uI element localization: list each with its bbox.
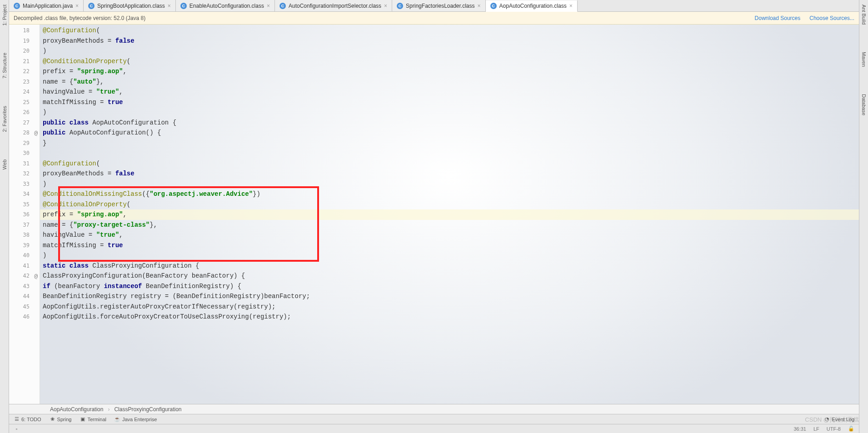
code-line[interactable]: proxyBeanMethods = false: [40, 169, 859, 179]
caret-position[interactable]: 36:31: [793, 426, 806, 432]
code-line[interactable]: @Configuration(: [40, 159, 859, 169]
breadcrumb-bar: AopAutoConfiguration › ClassProxyingConf…: [9, 404, 859, 414]
line-number[interactable]: 19: [9, 36, 40, 46]
breadcrumb-item[interactable]: AopAutoConfiguration: [50, 406, 103, 413]
tool-ant-build[interactable]: Ant Build: [861, 5, 867, 25]
terminal-icon: ▣: [80, 416, 85, 422]
line-number[interactable]: 40: [9, 250, 40, 261]
editor-tab[interactable]: CSpringBootApplication.class×: [84, 0, 176, 11]
line-number[interactable]: 30: [9, 148, 40, 159]
tool-project[interactable]: 1: Project: [2, 5, 7, 25]
code-line[interactable]: public AopAutoConfiguration() {: [40, 128, 859, 138]
code-line[interactable]: ClassProxyingConfiguration(BeanFactory b…: [40, 271, 859, 281]
line-number[interactable]: 37: [9, 220, 40, 230]
code-line[interactable]: havingValue = "true",: [40, 87, 859, 97]
line-number[interactable]: 20: [9, 46, 40, 56]
code-line[interactable]: ): [40, 107, 859, 118]
line-number[interactable]: 27: [9, 118, 40, 128]
override-gutter-icon[interactable]: @: [34, 129, 38, 136]
line-number[interactable]: 34: [9, 189, 40, 199]
code-line[interactable]: BeanDefinitionRegistry registry = (BeanD…: [40, 291, 859, 302]
tool-java-enterprise[interactable]: ☕Java Enterprise: [115, 416, 157, 422]
override-gutter-icon[interactable]: @: [34, 273, 38, 279]
line-number[interactable]: 26: [9, 107, 40, 118]
line-number[interactable]: 35: [9, 199, 40, 210]
code-line[interactable]: @Configuration(: [40, 25, 859, 36]
line-number[interactable]: 39: [9, 240, 40, 251]
editor-tab[interactable]: CMainApplication.java×: [9, 0, 84, 11]
editor-tab[interactable]: CSpringFactoriesLoader.class×: [392, 0, 485, 11]
code-line[interactable]: static class ClassProxyingConfiguration …: [40, 261, 859, 271]
code-line[interactable]: @ConditionalOnProperty(: [40, 199, 859, 210]
line-number[interactable]: 42@: [9, 271, 40, 281]
status-icon[interactable]: ▫: [14, 426, 20, 432]
file-encoding[interactable]: UTF-8: [827, 426, 841, 432]
code-line[interactable]: @ConditionalOnMissingClass({"org.aspectj…: [40, 189, 859, 199]
tab-label: SpringFactoriesLoader.class: [406, 3, 474, 9]
line-number[interactable]: 21: [9, 56, 40, 67]
line-number[interactable]: 44: [9, 291, 40, 302]
editor-tab[interactable]: CEnableAutoConfiguration.class×: [176, 0, 275, 11]
line-number[interactable]: 28@: [9, 128, 40, 138]
event-log-button[interactable]: ◔Event Log: [824, 416, 854, 422]
close-icon[interactable]: ×: [267, 3, 270, 9]
code-line[interactable]: }: [40, 138, 859, 149]
tab-label: EnableAutoConfiguration.class: [190, 3, 264, 9]
line-number[interactable]: 29: [9, 138, 40, 149]
lock-icon[interactable]: 🔓: [848, 426, 854, 432]
code-line[interactable]: ): [40, 179, 859, 189]
download-sources-link[interactable]: Download Sources: [755, 15, 801, 21]
choose-sources-link[interactable]: Choose Sources...: [809, 15, 854, 21]
code-line[interactable]: [40, 148, 859, 159]
line-separator[interactable]: LF: [813, 426, 819, 432]
line-number[interactable]: 43: [9, 281, 40, 292]
editor-tab[interactable]: CAutoConfigurationImportSelector.class×: [275, 0, 392, 11]
code-line[interactable]: AopConfigUtils.registerAutoProxyCreatorI…: [40, 302, 859, 312]
line-number[interactable]: 25: [9, 97, 40, 108]
line-number[interactable]: 22: [9, 66, 40, 77]
tool-todo[interactable]: ☰6: TODO: [14, 416, 41, 422]
code-line[interactable]: if (beanFactory instanceof BeanDefinitio…: [40, 281, 859, 292]
line-number[interactable]: 45: [9, 302, 40, 312]
tool-spring[interactable]: ❀Spring: [50, 416, 72, 422]
code-line[interactable]: prefix = "spring.aop",: [40, 66, 859, 77]
line-number[interactable]: 33: [9, 179, 40, 189]
tool-web[interactable]: Web: [2, 159, 7, 169]
code-line[interactable]: havingValue = "true",: [40, 230, 859, 240]
line-number[interactable]: 32: [9, 169, 40, 179]
code-line[interactable]: ): [40, 250, 859, 261]
line-number[interactable]: 36: [9, 209, 40, 220]
code-line[interactable]: @ConditionalOnProperty(: [40, 56, 859, 67]
code-line[interactable]: prefix = "spring.aop",: [40, 209, 859, 220]
line-number[interactable]: 41: [9, 261, 40, 271]
tool-favorites[interactable]: 2: Favorites: [2, 106, 7, 132]
code-line[interactable]: name = {"proxy-target-class"},: [40, 220, 859, 230]
tool-structure[interactable]: 7: Structure: [2, 53, 7, 79]
tool-terminal[interactable]: ▣Terminal: [80, 416, 106, 422]
code-line[interactable]: public class AopAutoConfiguration {: [40, 118, 859, 128]
close-icon[interactable]: ×: [478, 3, 481, 9]
close-icon[interactable]: ×: [168, 3, 171, 9]
code-editor[interactable]: 1819202122232425262728@29303132333435363…: [9, 25, 859, 404]
code-line[interactable]: ): [40, 46, 859, 56]
line-number[interactable]: 24: [9, 87, 40, 97]
code-line[interactable]: AopConfigUtils.forceAutoProxyCreatorToUs…: [40, 312, 859, 322]
code-line[interactable]: proxyBeanMethods = false: [40, 36, 859, 46]
line-number[interactable]: 38: [9, 230, 40, 240]
editor-tab[interactable]: CAopAutoConfiguration.class×: [486, 0, 578, 12]
code-area[interactable]: @Configuration( proxyBeanMethods = false…: [40, 25, 859, 404]
line-number[interactable]: 23: [9, 77, 40, 87]
line-number[interactable]: 31: [9, 159, 40, 169]
tool-maven[interactable]: Maven: [861, 52, 867, 67]
close-icon[interactable]: ×: [569, 3, 573, 9]
code-line[interactable]: name = {"auto"},: [40, 77, 859, 87]
close-icon[interactable]: ×: [75, 3, 79, 9]
close-icon[interactable]: ×: [384, 3, 387, 9]
line-number[interactable]: 18: [9, 25, 40, 36]
code-line[interactable]: matchIfMissing = true: [40, 97, 859, 108]
line-number[interactable]: 46: [9, 312, 40, 322]
class-file-icon: C: [490, 3, 497, 9]
code-line[interactable]: matchIfMissing = true: [40, 240, 859, 251]
breadcrumb-item[interactable]: ClassProxyingConfiguration: [114, 406, 181, 413]
tool-database[interactable]: Database: [861, 94, 867, 115]
